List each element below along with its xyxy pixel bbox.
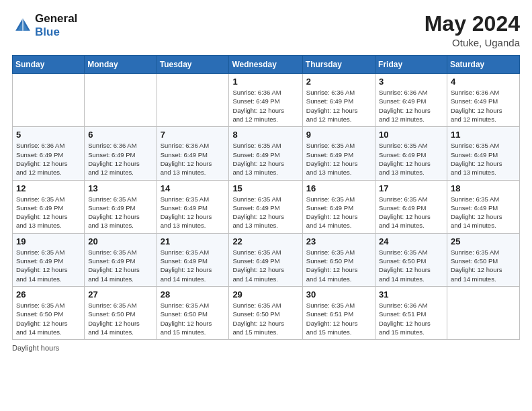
day-number: 28 xyxy=(161,289,226,300)
day-info: Sunrise: 6:35 AMSunset: 6:49 PMDaylight:… xyxy=(232,248,298,283)
calendar-cell: 5Sunrise: 6:36 AMSunset: 6:49 PMDaylight… xyxy=(13,127,85,180)
day-info: Sunrise: 6:35 AMSunset: 6:50 PMDaylight:… xyxy=(306,248,371,283)
day-number: 1 xyxy=(232,77,298,87)
day-number: 30 xyxy=(306,289,371,300)
col-header-tuesday: Tuesday xyxy=(157,56,229,74)
calendar-cell: 28Sunrise: 6:35 AMSunset: 6:50 PMDayligh… xyxy=(157,286,229,339)
calendar-cell: 24Sunrise: 6:35 AMSunset: 6:50 PMDayligh… xyxy=(375,233,447,286)
day-info: Sunrise: 6:35 AMSunset: 6:49 PMDaylight:… xyxy=(88,248,152,283)
day-info: Sunrise: 6:35 AMSunset: 6:49 PMDaylight:… xyxy=(451,141,516,177)
day-number: 2 xyxy=(306,77,371,87)
calendar-cell: 9Sunrise: 6:35 AMSunset: 6:49 PMDaylight… xyxy=(302,127,375,180)
col-header-monday: Monday xyxy=(85,56,157,74)
day-info: Sunrise: 6:35 AMSunset: 6:49 PMDaylight:… xyxy=(16,195,81,230)
day-info: Sunrise: 6:35 AMSunset: 6:49 PMDaylight:… xyxy=(161,195,226,230)
day-info: Sunrise: 6:35 AMSunset: 6:49 PMDaylight:… xyxy=(232,141,298,177)
calendar-cell: 21Sunrise: 6:35 AMSunset: 6:49 PMDayligh… xyxy=(157,233,229,286)
calendar-cell: 22Sunrise: 6:35 AMSunset: 6:49 PMDayligh… xyxy=(229,233,302,286)
day-info: Sunrise: 6:35 AMSunset: 6:49 PMDaylight:… xyxy=(161,248,226,283)
day-number: 5 xyxy=(16,130,81,140)
calendar-header-row: SundayMondayTuesdayWednesdayThursdayFrid… xyxy=(13,56,520,74)
day-info: Sunrise: 6:35 AMSunset: 6:51 PMDaylight:… xyxy=(306,301,371,336)
day-number: 4 xyxy=(451,77,516,87)
day-number: 11 xyxy=(451,130,516,140)
day-number: 6 xyxy=(88,130,152,140)
day-info: Sunrise: 6:36 AMSunset: 6:49 PMDaylight:… xyxy=(88,141,152,177)
day-info: Sunrise: 6:35 AMSunset: 6:50 PMDaylight:… xyxy=(451,248,516,283)
day-info: Sunrise: 6:35 AMSunset: 6:49 PMDaylight:… xyxy=(306,141,371,177)
day-info: Sunrise: 6:35 AMSunset: 6:49 PMDaylight:… xyxy=(379,195,443,230)
day-info: Sunrise: 6:35 AMSunset: 6:49 PMDaylight:… xyxy=(88,195,152,230)
day-info: Sunrise: 6:36 AMSunset: 6:49 PMDaylight:… xyxy=(379,88,443,124)
day-info: Sunrise: 6:35 AMSunset: 6:49 PMDaylight:… xyxy=(16,248,81,283)
logo: General Blue xyxy=(12,12,77,38)
calendar-cell: 25Sunrise: 6:35 AMSunset: 6:50 PMDayligh… xyxy=(447,233,519,286)
calendar-week-4: 19Sunrise: 6:35 AMSunset: 6:49 PMDayligh… xyxy=(13,233,520,286)
day-info: Sunrise: 6:36 AMSunset: 6:49 PMDaylight:… xyxy=(232,88,298,124)
logo-blue: Blue xyxy=(35,26,60,38)
day-number: 14 xyxy=(161,183,226,193)
day-number: 7 xyxy=(161,130,226,140)
calendar-cell xyxy=(13,74,85,127)
day-info: Sunrise: 6:36 AMSunset: 6:49 PMDaylight:… xyxy=(451,88,516,124)
day-number: 16 xyxy=(306,183,371,193)
day-info: Sunrise: 6:36 AMSunset: 6:49 PMDaylight:… xyxy=(306,88,371,124)
day-number: 12 xyxy=(16,183,81,193)
day-info: Sunrise: 6:36 AMSunset: 6:49 PMDaylight:… xyxy=(161,141,226,177)
day-info: Sunrise: 6:35 AMSunset: 6:49 PMDaylight:… xyxy=(232,195,298,230)
day-number: 29 xyxy=(232,289,298,300)
logo-general: General xyxy=(35,12,77,25)
day-number: 24 xyxy=(379,236,443,246)
calendar-cell: 26Sunrise: 6:35 AMSunset: 6:50 PMDayligh… xyxy=(13,286,85,339)
day-info: Sunrise: 6:35 AMSunset: 6:50 PMDaylight:… xyxy=(161,301,226,336)
calendar-week-1: 1Sunrise: 6:36 AMSunset: 6:49 PMDaylight… xyxy=(13,74,520,127)
day-info: Sunrise: 6:35 AMSunset: 6:49 PMDaylight:… xyxy=(451,195,516,230)
day-number: 26 xyxy=(16,289,81,300)
calendar-week-5: 26Sunrise: 6:35 AMSunset: 6:50 PMDayligh… xyxy=(13,286,520,339)
day-number: 23 xyxy=(306,236,371,246)
calendar-cell xyxy=(85,74,157,127)
day-number: 31 xyxy=(379,289,443,300)
calendar-cell: 1Sunrise: 6:36 AMSunset: 6:49 PMDaylight… xyxy=(229,74,302,127)
col-header-friday: Friday xyxy=(375,56,447,74)
day-number: 10 xyxy=(379,130,443,140)
calendar-cell xyxy=(157,74,229,127)
calendar-cell: 17Sunrise: 6:35 AMSunset: 6:49 PMDayligh… xyxy=(375,180,447,233)
col-header-thursday: Thursday xyxy=(302,56,375,74)
day-number: 17 xyxy=(379,183,443,193)
title-area: May 2024 Otuke, Uganda xyxy=(425,12,520,48)
calendar-cell: 31Sunrise: 6:36 AMSunset: 6:51 PMDayligh… xyxy=(375,286,447,339)
calendar-cell: 7Sunrise: 6:36 AMSunset: 6:49 PMDaylight… xyxy=(157,127,229,180)
col-header-sunday: Sunday xyxy=(13,56,85,74)
day-number: 21 xyxy=(161,236,226,246)
calendar-cell: 13Sunrise: 6:35 AMSunset: 6:49 PMDayligh… xyxy=(85,180,157,233)
calendar-cell: 8Sunrise: 6:35 AMSunset: 6:49 PMDaylight… xyxy=(229,127,302,180)
calendar-cell: 19Sunrise: 6:35 AMSunset: 6:49 PMDayligh… xyxy=(13,233,85,286)
day-info: Sunrise: 6:35 AMSunset: 6:50 PMDaylight:… xyxy=(232,301,298,336)
col-header-saturday: Saturday xyxy=(447,56,519,74)
calendar-cell: 30Sunrise: 6:35 AMSunset: 6:51 PMDayligh… xyxy=(302,286,375,339)
location: Otuke, Uganda xyxy=(425,37,520,48)
footer: Daylight hours xyxy=(12,344,520,352)
calendar-cell: 27Sunrise: 6:35 AMSunset: 6:50 PMDayligh… xyxy=(85,286,157,339)
calendar-week-3: 12Sunrise: 6:35 AMSunset: 6:49 PMDayligh… xyxy=(13,180,520,233)
day-number: 20 xyxy=(88,236,152,246)
calendar-cell: 4Sunrise: 6:36 AMSunset: 6:49 PMDaylight… xyxy=(447,74,519,127)
daylight-label: Daylight hours xyxy=(12,344,59,352)
day-info: Sunrise: 6:35 AMSunset: 6:50 PMDaylight:… xyxy=(379,248,443,283)
day-number: 27 xyxy=(88,289,152,300)
month-title: May 2024 xyxy=(425,12,520,36)
day-number: 22 xyxy=(232,236,298,246)
calendar-table: SundayMondayTuesdayWednesdayThursdayFrid… xyxy=(12,55,520,340)
calendar-cell: 29Sunrise: 6:35 AMSunset: 6:50 PMDayligh… xyxy=(229,286,302,339)
calendar-cell: 12Sunrise: 6:35 AMSunset: 6:49 PMDayligh… xyxy=(13,180,85,233)
calendar-cell: 16Sunrise: 6:35 AMSunset: 6:49 PMDayligh… xyxy=(302,180,375,233)
col-header-wednesday: Wednesday xyxy=(229,56,302,74)
calendar-cell: 20Sunrise: 6:35 AMSunset: 6:49 PMDayligh… xyxy=(85,233,157,286)
calendar-cell: 3Sunrise: 6:36 AMSunset: 6:49 PMDaylight… xyxy=(375,74,447,127)
day-info: Sunrise: 6:35 AMSunset: 6:50 PMDaylight:… xyxy=(88,301,152,336)
calendar-cell: 6Sunrise: 6:36 AMSunset: 6:49 PMDaylight… xyxy=(85,127,157,180)
calendar-cell xyxy=(447,286,519,339)
day-info: Sunrise: 6:36 AMSunset: 6:49 PMDaylight:… xyxy=(16,141,81,177)
day-number: 25 xyxy=(451,236,516,246)
